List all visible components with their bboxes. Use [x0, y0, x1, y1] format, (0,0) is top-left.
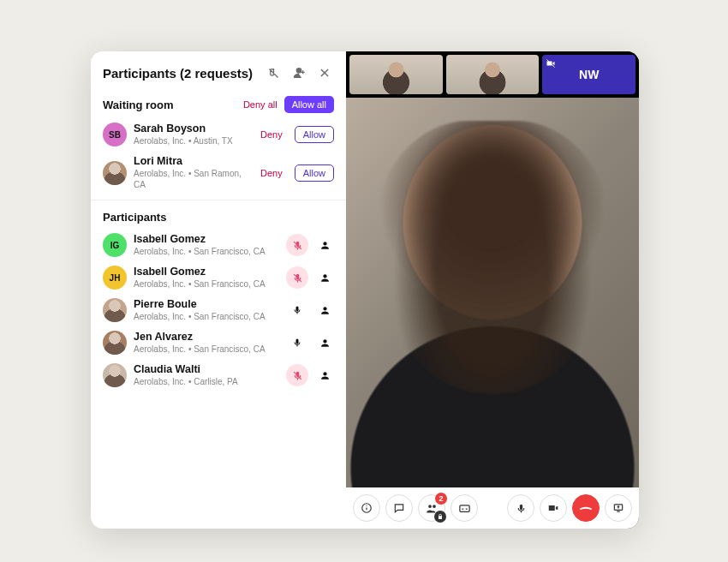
person-options-icon[interactable] — [315, 370, 334, 381]
participants-header: Participants — [103, 211, 334, 224]
filmstrip: NW — [346, 51, 639, 98]
participant-row: Pierre BouleAerolabs, Inc. • San Francis… — [103, 294, 334, 326]
deny-button[interactable]: Deny — [260, 168, 283, 178]
svg-rect-1 — [459, 505, 468, 511]
participants-panel: Participants (2 requests) Waiting room D… — [91, 51, 346, 529]
mute-all-icon[interactable] — [264, 63, 283, 82]
participant-name: Claudia Walti — [134, 363, 279, 376]
participant-meta: Aerolabs, Inc. • San Francisco, CA — [134, 344, 279, 355]
avatar: SB — [103, 123, 127, 146]
thumbnail-video[interactable] — [446, 55, 540, 94]
participant-row: Claudia WaltiAerolabs, Inc. • Carlisle, … — [103, 359, 334, 392]
panel-header: Participants (2 requests) — [103, 63, 334, 82]
allow-button[interactable]: Allow — [295, 164, 334, 182]
deny-all-button[interactable]: Deny all — [243, 99, 277, 110]
avatar: JH — [103, 266, 127, 290]
divider — [91, 200, 346, 200]
panel-title: Participants (2 requests) — [103, 66, 257, 81]
mic-muted-icon[interactable] — [286, 266, 308, 289]
allow-all-button[interactable]: Allow all — [284, 96, 334, 113]
participant-name: Isabell Gomez — [134, 233, 279, 246]
name-block: Claudia WaltiAerolabs, Inc. • Carlisle, … — [134, 363, 279, 387]
mic-muted-icon[interactable] — [286, 234, 308, 256]
participant-row: Jen AlvarezAerolabs, Inc. • San Francisc… — [103, 326, 334, 359]
meeting-window: Participants (2 requests) Waiting room D… — [91, 51, 639, 529]
active-speaker-video[interactable] — [346, 98, 639, 487]
avatar — [103, 161, 127, 185]
allow-button[interactable]: Allow — [295, 126, 334, 143]
info-button[interactable] — [353, 494, 380, 522]
captions-button[interactable] — [451, 494, 478, 522]
participant-meta: Aerolabs, Inc. • Carlisle, PA — [134, 376, 279, 387]
hangup-button[interactable] — [572, 494, 600, 522]
person-options-icon[interactable] — [315, 272, 334, 284]
video-area: NW 2 — [346, 51, 639, 529]
participant-name: Lori Mitra — [134, 155, 254, 168]
name-block: Isabell GomezAerolabs, Inc. • San Franci… — [134, 266, 279, 290]
name-block: Jen AlvarezAerolabs, Inc. • San Francisc… — [134, 331, 279, 355]
close-icon[interactable] — [315, 63, 334, 82]
mic-on-icon[interactable] — [286, 299, 308, 321]
avatar — [103, 363, 127, 387]
name-block: Pierre BouleAerolabs, Inc. • San Francis… — [134, 298, 279, 322]
person-options-icon[interactable] — [315, 305, 334, 316]
participant-row: JHIsabell GomezAerolabs, Inc. • San Fran… — [103, 261, 334, 294]
avatar: IG — [103, 233, 127, 257]
mic-on-icon[interactable] — [286, 332, 308, 354]
thumbnail-camera-off[interactable]: NW — [542, 55, 636, 94]
participant-meta: Aerolabs, Inc. • San Francisco, CA — [134, 311, 279, 322]
person-options-icon[interactable] — [315, 338, 334, 349]
name-block: Lori MitraAerolabs, Inc. • San Ramon, CA — [134, 155, 254, 190]
share-screen-button[interactable] — [605, 494, 632, 522]
avatar — [103, 298, 127, 322]
thumbnail-initials: NW — [579, 68, 599, 81]
add-person-icon[interactable] — [289, 63, 308, 82]
participants-title: Participants — [103, 211, 334, 224]
avatar — [103, 331, 127, 355]
participant-meta: Aerolabs, Inc. • San Francisco, CA — [134, 278, 279, 290]
camera-button[interactable] — [540, 494, 567, 522]
participants-button[interactable]: 2 — [418, 494, 445, 522]
participants-list: IGIsabell GomezAerolabs, Inc. • San Fran… — [103, 229, 334, 392]
deny-button[interactable]: Deny — [260, 129, 283, 140]
mic-muted-icon[interactable] — [286, 364, 308, 386]
mic-button[interactable] — [507, 494, 534, 522]
name-block: Isabell GomezAerolabs, Inc. • San Franci… — [134, 233, 279, 257]
participant-name: Sarah Boyson — [134, 123, 254, 135]
waiting-row: Lori MitraAerolabs, Inc. • San Ramon, CA… — [103, 151, 334, 194]
waiting-room-title: Waiting room — [103, 99, 243, 111]
name-block: Sarah BoysonAerolabs, Inc. • Austin, TX — [134, 123, 254, 146]
requests-badge: 2 — [435, 493, 447, 505]
participant-name: Isabell Gomez — [134, 266, 279, 278]
waiting-row: SBSarah BoysonAerolabs, Inc. • Austin, T… — [103, 118, 334, 151]
lock-icon — [434, 511, 446, 523]
call-controls: 2 — [346, 487, 639, 529]
chat-button[interactable] — [385, 494, 413, 522]
person-options-icon[interactable] — [315, 240, 334, 251]
waiting-room-header: Waiting room Deny all Allow all — [103, 96, 334, 113]
thumbnail-video[interactable] — [349, 55, 443, 94]
participant-meta: Aerolabs, Inc. • San Ramon, CA — [134, 168, 254, 190]
participant-meta: Aerolabs, Inc. • Austin, TX — [134, 135, 254, 146]
participant-row: IGIsabell GomezAerolabs, Inc. • San Fran… — [103, 229, 334, 261]
waiting-room-list: SBSarah BoysonAerolabs, Inc. • Austin, T… — [103, 118, 334, 194]
camera-off-icon — [546, 58, 556, 69]
participant-name: Pierre Boule — [134, 298, 279, 311]
participant-name: Jen Alvarez — [134, 331, 279, 344]
participant-meta: Aerolabs, Inc. • San Francisco, CA — [134, 246, 279, 257]
